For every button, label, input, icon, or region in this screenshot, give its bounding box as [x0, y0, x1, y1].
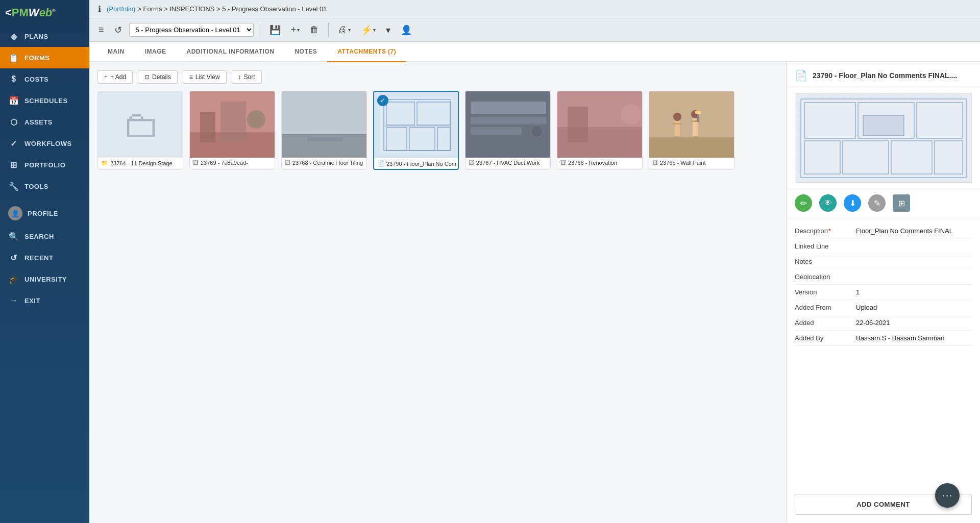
thumbnail-label-23765: 🖼 23765 - Wall Paint	[649, 158, 734, 168]
sidebar-item-workflows[interactable]: ✓ WORKFLOWS	[0, 133, 89, 154]
thumbnail-label-23766: 🖼 23766 - Renovation	[557, 158, 642, 168]
svg-rect-46	[863, 115, 904, 136]
app-logo: <PMWeb®	[5, 6, 56, 19]
sidebar-item-plans[interactable]: ◈ PLANS	[0, 26, 89, 47]
sidebar-item-portfolio[interactable]: ⊞ PORTFOLIO	[0, 154, 89, 176]
portfolio-icon: ⊞	[8, 159, 19, 170]
image-type-icon-4: 🖼	[560, 160, 566, 166]
thumbnail-img-23768	[282, 91, 367, 158]
details-button[interactable]: ⊡ Details	[138, 70, 178, 84]
forms-icon: 📋	[8, 52, 19, 63]
sidebar-item-university[interactable]: 🎓 UNIVERSITY	[0, 268, 89, 290]
tools-icon: 🔧	[8, 181, 19, 192]
meta-row-geolocation: Geolocation	[795, 269, 972, 285]
thumbnail-card-23767[interactable]: 🖼 23767 - HVAC Duct Work	[465, 91, 551, 170]
view-button[interactable]: 👁	[819, 194, 837, 212]
tabs-bar: MAIN IMAGE ADDITIONAL INFORMATION NOTES …	[89, 42, 980, 62]
construction-scene-1	[190, 91, 275, 158]
delete-button[interactable]: 🗑	[307, 22, 322, 37]
action-bar: + + Add ⊡ Details ≡ List View ↕ Sort	[97, 70, 778, 84]
download-button[interactable]: ⬇	[844, 194, 861, 212]
add-button[interactable]: + ▾	[288, 22, 303, 37]
hvac-scene	[465, 91, 551, 158]
sidebar-item-profile[interactable]: 👤 PROFILE	[0, 201, 89, 226]
fab-button[interactable]: ···	[935, 483, 960, 508]
record-selector[interactable]: 5 - Progress Observation - Level 01	[129, 23, 254, 37]
notes-label: Notes	[795, 258, 856, 265]
image-type-icon-2: 🖼	[285, 160, 290, 166]
description-label: Description	[795, 227, 856, 235]
lightning-icon: ⚡	[361, 24, 372, 36]
tab-main[interactable]: MAIN	[97, 42, 135, 62]
geolocation-label: Geolocation	[795, 273, 856, 281]
print-chevron-icon: ▾	[348, 27, 351, 33]
user-button[interactable]: 👤	[398, 22, 415, 38]
wallpaint-scene	[649, 91, 734, 158]
added-by-value: Bassam.S - Bassam Samman	[856, 334, 972, 342]
info-button[interactable]: ℹ	[95, 3, 104, 15]
sort-button[interactable]: ↕ Sort	[232, 70, 262, 84]
expand-button[interactable]: ⊞	[893, 194, 910, 212]
more-button[interactable]: ▾	[383, 22, 394, 38]
thumbnail-card-23769[interactable]: 🖼 23769 - 7a8a9ead-	[189, 91, 275, 170]
sidebar-item-search[interactable]: 🔍 SEARCH	[0, 226, 89, 247]
toolbar: ≡ ↺ 5 - Progress Observation - Level 01 …	[89, 18, 980, 42]
print-button[interactable]: 🖨 ▾	[335, 22, 354, 37]
print-icon: 🖨	[338, 24, 347, 35]
svg-point-22	[531, 125, 543, 137]
svg-rect-7	[282, 91, 367, 135]
main-area: ℹ (Portfolio) > Forms > INSPECTIONS > 5 …	[89, 0, 980, 523]
add-attachment-button[interactable]: + + Add	[97, 70, 133, 84]
svg-point-29	[673, 113, 681, 121]
breadcrumb-portfolio[interactable]: (Portfolio)	[107, 5, 135, 13]
svg-rect-9	[307, 137, 343, 141]
thumbnail-card-23768[interactable]: 🖼 23768 - Ceramic Floor Tiling	[281, 91, 367, 170]
sidebar-item-assets[interactable]: ⬡ ASSETS	[0, 111, 89, 133]
thumbnail-grid: 🗀 📁 23764 - 11 Design Stage	[97, 91, 778, 170]
preview-image	[795, 93, 972, 183]
thumbnail-card-23765[interactable]: 🖼 23765 - Wall Paint	[649, 91, 734, 170]
linked-line-label: Linked Line	[795, 242, 856, 250]
meta-row-version: Version 1	[795, 285, 972, 300]
svg-rect-36	[695, 111, 701, 114]
meta-row-added: Added 22-06-2021	[795, 315, 972, 331]
sidebar-item-tools[interactable]: 🔧 TOOLS	[0, 176, 89, 197]
tab-notes[interactable]: NOTES	[284, 42, 327, 62]
tab-additional[interactable]: ADDITIONAL INFORMATION	[177, 42, 285, 62]
thumbnail-card-23764[interactable]: 🗀 📁 23764 - 11 Design Stage	[97, 91, 183, 170]
pdf-type-icon: 📄	[377, 160, 384, 167]
tab-attachments[interactable]: ATTACHMENTS (7)	[327, 42, 406, 62]
sidebar-item-recent[interactable]: ↺ RECENT	[0, 247, 89, 268]
meta-row-added-from: Added From Upload	[795, 300, 972, 315]
toolbar-sep-2	[328, 23, 329, 37]
right-panel-header: 📄 23790 - Floor_Plan No Comments FINAL..…	[787, 62, 980, 87]
added-label: Added	[795, 319, 856, 327]
added-from-value: Upload	[856, 304, 972, 311]
list-view-button[interactable]: ≡	[95, 22, 107, 37]
tab-image[interactable]: IMAGE	[135, 42, 177, 62]
thumbnail-card-23766[interactable]: 🖼 23766 - Renovation	[557, 91, 643, 170]
floor-plan-preview	[381, 97, 453, 153]
meta-row-linked-line: Linked Line	[795, 239, 972, 254]
pencil-button[interactable]: ✎	[868, 194, 886, 212]
save-icon: 💾	[270, 24, 281, 36]
delete-icon: 🗑	[310, 24, 319, 35]
sidebar-item-costs[interactable]: $ COSTS	[0, 68, 89, 90]
added-value: 22-06-2021	[856, 319, 972, 327]
edit-green-button[interactable]: ✏	[795, 194, 812, 212]
svg-rect-19	[471, 102, 546, 114]
sidebar-item-exit[interactable]: → EXIT	[0, 290, 89, 311]
lightning-button[interactable]: ⚡ ▾	[358, 22, 379, 38]
thumbnail-img-23766	[557, 91, 643, 158]
thumbnail-card-23790[interactable]: ✓ 📄 237	[373, 91, 459, 170]
sidebar-item-schedules[interactable]: 📅 SCHEDULES	[0, 90, 89, 111]
list-view-toggle-button[interactable]: ≡ List View	[183, 70, 227, 84]
save-button[interactable]: 💾	[266, 22, 284, 38]
sidebar-item-forms[interactable]: 📋 FORMS	[0, 47, 89, 68]
undo-button[interactable]: ↺	[111, 22, 125, 38]
thumbnail-img-23790: ✓	[374, 92, 459, 158]
download-icon: ⬇	[849, 198, 856, 208]
image-type-icon: 🖼	[193, 160, 199, 166]
expand-icon: ⊞	[898, 198, 905, 208]
plans-icon: ◈	[8, 31, 19, 42]
